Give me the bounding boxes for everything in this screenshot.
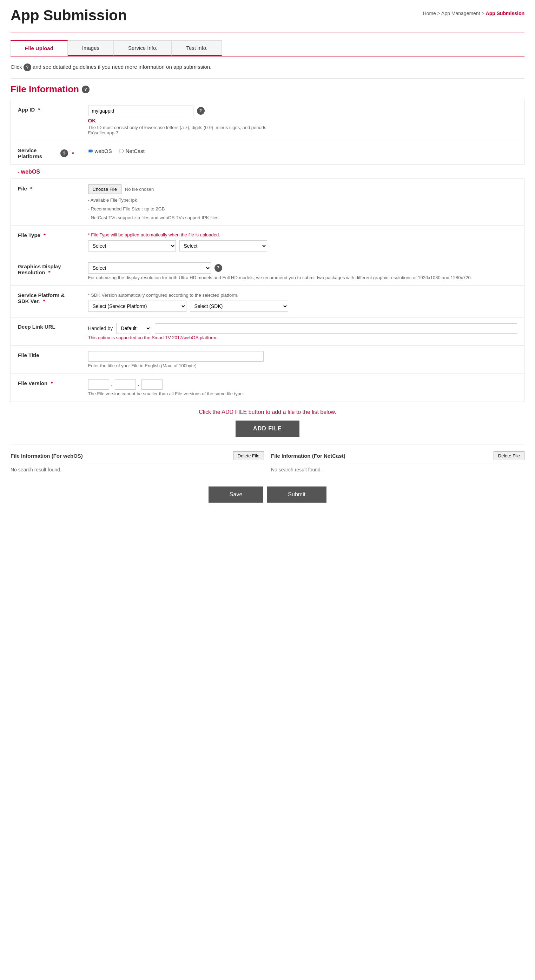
- choose-file-button[interactable]: Choose File: [88, 185, 121, 194]
- file-info-webos-title: File Information (For webOS): [11, 453, 83, 459]
- app-id-ok: OK: [88, 118, 517, 124]
- file-info-bottom: File Information (For webOS) Delete File…: [11, 444, 524, 479]
- file-cell: Choose File No file chosen - Available F…: [81, 179, 524, 226]
- radio-webos-input[interactable]: [88, 149, 93, 153]
- deep-link-select[interactable]: Default: [116, 323, 151, 334]
- radio-netcast-input[interactable]: [119, 149, 124, 153]
- service-platforms-help-icon[interactable]: ?: [61, 150, 68, 157]
- no-file-text: No file chosen: [125, 186, 154, 192]
- gdr-row: Graphics Display Resolution * Select ? F…: [11, 257, 524, 286]
- file-title-hint: Enter the title of your File in English.…: [88, 363, 517, 368]
- file-hint-1: - Available File Type: ipk: [88, 197, 517, 203]
- app-id-row: App ID * ? OK The ID must consist only o…: [11, 100, 524, 141]
- file-title-row: File Title Enter the title of your File …: [11, 346, 524, 374]
- app-id-cell: ? OK The ID must consist only of lowerca…: [81, 100, 524, 141]
- sdk-cell: * SDK Version automatically configured a…: [81, 286, 524, 317]
- file-version-required: *: [51, 380, 53, 386]
- version-minor-input[interactable]: [115, 379, 136, 390]
- submit-button[interactable]: Submit: [267, 487, 326, 503]
- file-info-netcast-header: File Information (For NetCast) Delete Fi…: [271, 452, 524, 460]
- webos-panel-divider: [11, 463, 264, 463]
- file-type-label: File Type *: [11, 226, 81, 257]
- file-type-select2[interactable]: Select: [179, 240, 267, 251]
- file-version-hint: The File version cannot be smaller than …: [88, 391, 517, 396]
- version-row: . .: [88, 379, 517, 390]
- file-info-netcast-title: File Information (For NetCast): [271, 453, 345, 459]
- deep-link-warning: This option is supported on the Smart TV…: [88, 335, 517, 340]
- file-info-webos-header: File Information (For webOS) Delete File: [11, 452, 264, 460]
- file-input-row: Choose File No file chosen: [88, 185, 517, 194]
- delete-file-netcast-button[interactable]: Delete File: [493, 452, 524, 460]
- section-title-text: File Information: [11, 84, 79, 95]
- sdk-version-select[interactable]: Select (SDK): [190, 301, 288, 312]
- bottom-actions: Save Submit: [11, 479, 524, 513]
- app-id-input[interactable]: [88, 106, 193, 116]
- tab-service-info[interactable]: Service Info.: [114, 40, 172, 56]
- breadcrumb: Home > App Management > App Submission: [423, 11, 524, 16]
- gdr-label: Graphics Display Resolution *: [11, 257, 81, 286]
- file-type-select1[interactable]: Select: [88, 240, 176, 251]
- app-id-label: App ID *: [11, 100, 81, 141]
- file-area: Choose File No file chosen - Available F…: [88, 185, 517, 220]
- file-type-selects: Select Select: [88, 240, 517, 251]
- breadcrumb-current: App Submission: [486, 11, 524, 16]
- app-id-hint: The ID must consist only of lowercase le…: [88, 125, 517, 135]
- radio-netcast[interactable]: NetCast: [119, 148, 145, 154]
- breadcrumb-app-management: App Management: [441, 11, 480, 16]
- file-info-webos-panel: File Information (For webOS) Delete File…: [11, 452, 264, 473]
- file-title-label: File Title: [11, 346, 81, 374]
- file-required: *: [30, 186, 32, 191]
- gdr-hint: For optimizing the display resolution fo…: [88, 275, 517, 280]
- file-type-required: *: [43, 232, 46, 238]
- tabs: File Upload Images Service Info. Test In…: [11, 40, 524, 56]
- section-divider: [11, 78, 524, 79]
- file-info-netcast-panel: File Information (For NetCast) Delete Fi…: [271, 452, 524, 473]
- app-id-help-icon[interactable]: ?: [197, 107, 204, 115]
- netcast-panel-divider: [271, 463, 524, 463]
- file-type-row: File Type * * File Type will be applied …: [11, 226, 524, 257]
- sdk-required: *: [43, 298, 45, 304]
- version-major-input[interactable]: [88, 379, 109, 390]
- sdk-platform-select[interactable]: Select (Service Platform): [88, 301, 187, 312]
- gdr-required: *: [48, 269, 51, 275]
- info-help-icon[interactable]: ?: [24, 64, 31, 71]
- file-hint-3: - NetCast TVs support zip files and webO…: [88, 215, 517, 220]
- sdk-auto-note: * SDK Version automatically configured a…: [88, 293, 517, 298]
- service-platforms-row: Service Platforms ? * webOS NetCast: [11, 141, 524, 165]
- radio-netcast-label: NetCast: [126, 148, 145, 154]
- breadcrumb-home: Home: [423, 11, 436, 16]
- gdr-select[interactable]: Select: [88, 262, 211, 274]
- save-button[interactable]: Save: [209, 487, 263, 503]
- info-text: Click ? and see detailed guidelines if y…: [11, 64, 524, 71]
- file-type-auto-note: * File Type will be applied automaticall…: [88, 232, 517, 237]
- add-file-button[interactable]: ADD FILE: [236, 420, 299, 437]
- file-title-cell: Enter the title of your File in English.…: [81, 346, 524, 374]
- section-help-icon[interactable]: ?: [82, 86, 89, 93]
- deep-link-label: Deep Link URL: [11, 317, 81, 346]
- tab-file-upload[interactable]: File Upload: [11, 40, 68, 56]
- tab-test-info[interactable]: Test Info.: [172, 40, 222, 56]
- gdr-help-icon[interactable]: ?: [214, 264, 222, 272]
- file-type-cell: * File Type will be applied automaticall…: [81, 226, 524, 257]
- deep-link-input[interactable]: [155, 323, 517, 334]
- webos-no-result: No search result found.: [11, 467, 264, 473]
- file-hint-2: - Recommended File Size : up to 2GB: [88, 206, 517, 212]
- handled-by-label: Handled by: [88, 326, 113, 331]
- breadcrumb-sep1: >: [438, 11, 440, 16]
- file-title-input[interactable]: [88, 351, 264, 362]
- webos-form-table: File * Choose File No file chosen - Avai…: [11, 179, 524, 402]
- header-divider: [11, 33, 524, 33]
- netcast-no-result: No search result found.: [271, 467, 524, 473]
- delete-file-webos-button[interactable]: Delete File: [233, 452, 264, 460]
- tab-images[interactable]: Images: [68, 40, 114, 56]
- deep-link-row: Deep Link URL Handled by Default This op…: [11, 317, 524, 346]
- section-title: File Information ?: [11, 84, 524, 95]
- version-dot-1: .: [111, 381, 113, 388]
- deep-link-cell: Handled by Default This option is suppor…: [81, 317, 524, 346]
- add-file-section: Click the ADD FILE button to add a file …: [11, 402, 524, 444]
- file-row: File * Choose File No file chosen - Avai…: [11, 179, 524, 226]
- radio-webos[interactable]: webOS: [88, 148, 112, 154]
- sdk-label: Service Platform & SDK Ver. *: [11, 286, 81, 317]
- add-file-prompt: Click the ADD FILE button to add a file …: [18, 409, 517, 415]
- version-patch-input[interactable]: [142, 379, 163, 390]
